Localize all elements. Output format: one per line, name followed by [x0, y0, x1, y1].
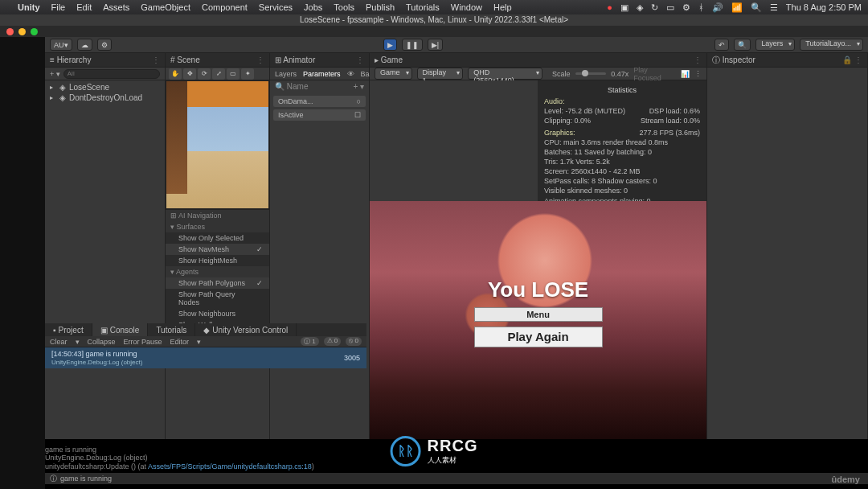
tray-unity-icon[interactable]: ◈	[637, 2, 643, 13]
menu-window[interactable]: Window	[451, 2, 482, 12]
menubar-clock[interactable]: Thu 8 Aug 2:50 PM	[786, 2, 862, 12]
menu-gameobject[interactable]: GameObject	[141, 2, 190, 12]
console-collapse-button[interactable]: Collapse	[88, 338, 116, 346]
menu-publish[interactable]: Publish	[366, 2, 395, 12]
scale-tool-icon[interactable]: ⤢	[212, 68, 225, 80]
hierarchy-item[interactable]: ▸◈ DontDestroyOnLoad	[45, 92, 165, 103]
layers-dropdown[interactable]: Layers	[755, 39, 795, 51]
animator-eye-icon[interactable]: 👁	[347, 70, 354, 78]
tray-sync-icon[interactable]: ↻	[651, 2, 658, 13]
rect-tool-icon[interactable]: ▭	[227, 68, 240, 80]
overlay-title: ⊞ AI Navigation	[166, 210, 269, 221]
overlay-group[interactable]: ▾ Surfaces	[166, 221, 269, 232]
move-tool-icon[interactable]: ✥	[183, 68, 196, 80]
resolution-dropdown[interactable]: QHD (2560x1440)	[468, 68, 542, 80]
search-icon[interactable]: 🔍	[734, 39, 751, 51]
hierarchy-search-input[interactable]	[63, 69, 160, 79]
source-link[interactable]: Assets/FPS/Scripts/Game/unitydefaultcsha…	[148, 462, 312, 471]
undo-history-icon[interactable]: ↶	[714, 39, 729, 51]
overlay-item[interactable]: Show Only Selected	[166, 232, 269, 244]
scene-view[interactable]	[166, 80, 269, 209]
animator-param[interactable]: IsActive☐	[273, 109, 366, 121]
play-focused-dropdown[interactable]: Play Focused	[633, 66, 676, 82]
account-button[interactable]: AU ▾	[50, 39, 72, 51]
console-tab[interactable]: ▣ Console	[92, 323, 149, 336]
animator-param[interactable]: OnDama...○	[273, 96, 366, 107]
play-button[interactable]: ▶	[383, 39, 397, 51]
scale-value: 0.47x	[611, 70, 628, 78]
step-button[interactable]: ▶|	[428, 39, 443, 51]
panel-menu-icon[interactable]: ⋮	[356, 55, 364, 64]
menu-jobs[interactable]: Jobs	[304, 2, 322, 12]
error-count-badge[interactable]: ⦸ 0	[346, 337, 362, 346]
game-tab[interactable]: ▸ Game	[375, 55, 403, 64]
overlay-item[interactable]: Show Path Query Nodes	[166, 289, 269, 308]
console-log-entry[interactable]: [14:50:43] game is running UnityEngine.D…	[45, 347, 366, 368]
play-again-button[interactable]: Play Again	[474, 327, 603, 347]
pause-button[interactable]: ❚❚	[402, 39, 423, 51]
info-count-badge[interactable]: ⓘ 1	[301, 337, 319, 346]
stats-toggle-icon[interactable]: 📊	[681, 70, 690, 78]
animator-tab[interactable]: ⊞ Animator	[275, 55, 315, 64]
overlay-group[interactable]: ▾ Agents	[166, 266, 269, 277]
scene-tab[interactable]: # Scene	[170, 55, 200, 64]
console-editor-button[interactable]: Editor	[170, 338, 190, 346]
minimize-window-icon[interactable]	[18, 28, 26, 35]
menu-button[interactable]: Menu	[474, 307, 603, 322]
tray-display-icon[interactable]: ▭	[666, 2, 674, 13]
tutorials-tab[interactable]: Tutorials	[148, 323, 195, 336]
tray-control-icon[interactable]: ☰	[770, 2, 778, 13]
warn-count-badge[interactable]: ⚠ 0	[324, 337, 342, 346]
console-clear-button[interactable]: Clear	[50, 338, 68, 346]
scale-slider[interactable]	[575, 72, 607, 75]
menu-services[interactable]: Services	[259, 2, 293, 12]
lock-icon[interactable]: 🔒 ⋮	[842, 55, 862, 64]
menu-assets[interactable]: Assets	[103, 2, 129, 12]
panel-menu-icon[interactable]: ⋮	[256, 55, 264, 64]
rotate-tool-icon[interactable]: ⟳	[198, 68, 211, 80]
project-tab[interactable]: ▪ Project	[45, 323, 92, 336]
tray-wifi-icon[interactable]: 📶	[731, 2, 743, 13]
close-window-icon[interactable]	[6, 28, 14, 35]
add-parameter-icon[interactable]: + ▾	[353, 82, 364, 91]
overlay-item[interactable]: Show HeightMesh	[166, 255, 269, 266]
overlay-item[interactable]: Show Path Polygons✓	[166, 277, 269, 289]
tray-volume-icon[interactable]: 🔊	[712, 2, 723, 13]
window-title: LoseScene - fpssample - Windows, Mac, Li…	[0, 14, 868, 26]
tray-search-icon[interactable]: 🔍	[751, 2, 762, 13]
overlay-item[interactable]: Show Neighbours	[166, 308, 269, 319]
tray-record-icon[interactable]: ●	[607, 2, 612, 12]
hand-tool-icon[interactable]: ✋	[169, 68, 182, 80]
menu-edit[interactable]: Edit	[76, 2, 92, 12]
uvc-tab[interactable]: ◆ Unity Version Control	[195, 323, 297, 336]
panel-menu-icon[interactable]: ⋮	[694, 55, 702, 64]
layout-dropdown[interactable]: TutorialLayo...	[800, 39, 863, 51]
services-icon[interactable]: ⚙	[97, 39, 112, 51]
animator-parameters-tab[interactable]: Parameters	[303, 70, 341, 78]
hierarchy-tab[interactable]: ≡ Hierarchy	[50, 55, 91, 64]
inspector-tab[interactable]: ⓘ Inspector	[712, 55, 755, 66]
tray-camera-icon[interactable]: ▣	[620, 2, 628, 13]
tray-settings-icon[interactable]: ⚙	[682, 2, 690, 13]
menu-component[interactable]: Component	[202, 2, 248, 12]
game-view[interactable]: Statistics Audio: Level: -75.2 dB (MUTED…	[370, 80, 706, 439]
display-dropdown[interactable]: Display 1	[417, 68, 464, 80]
hierarchy-item[interactable]: ▸◈ LoseScene	[45, 82, 165, 92]
menu-help[interactable]: Help	[493, 2, 512, 12]
menu-file[interactable]: File	[51, 2, 66, 12]
menu-tutorials[interactable]: Tutorials	[406, 2, 440, 12]
unity-toolbar: AU ▾ ☁ ⚙ ▶ ❚❚ ▶| ↶ 🔍 Layers TutorialLayo…	[0, 37, 868, 53]
transform-tool-icon[interactable]: ✦	[241, 68, 254, 80]
create-dropdown-icon[interactable]: + ▾	[50, 70, 60, 78]
panel-menu-icon[interactable]: ⋮	[152, 55, 160, 64]
tray-bluetooth-icon[interactable]: ᚼ	[698, 2, 704, 12]
menu-tools[interactable]: Tools	[334, 2, 354, 12]
maximize-window-icon[interactable]	[31, 28, 38, 35]
cloud-icon[interactable]: ☁	[77, 39, 92, 51]
gizmos-dropdown-icon[interactable]: ⋮	[694, 70, 702, 78]
overlay-item[interactable]: Show NavMesh✓	[166, 244, 269, 255]
game-mode-dropdown[interactable]: Game	[375, 68, 412, 80]
console-errorpause-button[interactable]: Error Pause	[124, 338, 162, 346]
animator-layers-tab[interactable]: Layers	[275, 70, 297, 78]
app-menu[interactable]: Unity	[18, 2, 40, 12]
